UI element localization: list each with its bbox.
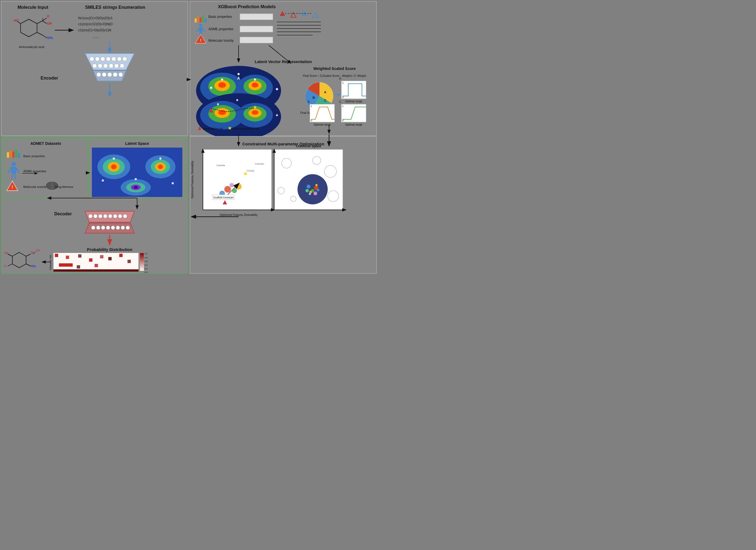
svg-text:1.0: 1.0 — [145, 252, 148, 255]
svg-text:O: O — [4, 265, 6, 268]
svg-point-182 — [218, 110, 226, 115]
svg-point-173 — [276, 88, 278, 90]
svg-rect-146 — [240, 26, 273, 32]
svg-point-27 — [112, 57, 116, 61]
svg-text:★: ★ — [315, 183, 318, 187]
svg-text:B: B — [313, 96, 315, 99]
svg-point-38 — [107, 72, 112, 77]
svg-point-96 — [111, 226, 115, 229]
prob-dist-title: Probability Distribution — [87, 247, 132, 252]
svg-text:1: 1 — [342, 105, 344, 107]
svg-point-84 — [89, 214, 92, 218]
svg-rect-102 — [55, 254, 58, 257]
svg-point-92 — [91, 226, 95, 229]
molecule-label: Aminosalicylic acid — [19, 45, 44, 49]
svg-point-187 — [276, 114, 278, 116]
svg-point-183 — [252, 110, 258, 115]
svg-rect-110 — [59, 263, 73, 266]
svg-text:Optimal range: Optimal range — [345, 100, 363, 103]
svg-point-35 — [120, 64, 124, 68]
xgboost-title: XGBoost Prediction Models — [218, 4, 276, 9]
svg-text:0.6: 0.6 — [145, 260, 148, 262]
svg-point-78 — [172, 182, 174, 184]
svg-rect-105 — [89, 258, 92, 262]
svg-point-91 — [123, 214, 127, 218]
svg-text:0.2: 0.2 — [145, 267, 148, 270]
main-diagram: Molecule Input SMILES strings Enumeratio… — [0, 0, 378, 275]
svg-point-246 — [317, 189, 319, 191]
svg-point-90 — [118, 214, 122, 218]
adme-props-label: ADME properties — [23, 169, 46, 173]
svg-text:C.: C. — [324, 99, 327, 102]
svg-rect-46 — [12, 151, 15, 158]
svg-point-99 — [126, 226, 130, 229]
svg-text:★: ★ — [253, 104, 257, 110]
svg-text:HO: HO — [4, 251, 8, 254]
svg-rect-137 — [202, 15, 204, 22]
svg-text:OH: OH — [47, 22, 52, 25]
svg-point-221 — [232, 188, 237, 193]
svg-point-65 — [111, 164, 117, 169]
svg-point-77 — [102, 179, 104, 181]
scaffold-label: Scaffold Constrain — [213, 196, 233, 199]
svg-point-95 — [106, 226, 110, 229]
svg-point-172 — [210, 87, 212, 89]
svg-point-86 — [98, 214, 102, 218]
svg-text:C.: C. — [339, 100, 342, 103]
svg-text:1: 1 — [311, 105, 312, 107]
svg-point-169 — [221, 78, 223, 81]
smiles-line2: c1(cc(ccc1C(O)=O)N)O — [78, 22, 113, 26]
svg-text:NH₂: NH₂ — [47, 36, 53, 40]
smiles-dots: ...... — [93, 35, 99, 39]
svg-text:A.: A. — [339, 77, 342, 80]
svg-point-29 — [123, 57, 127, 61]
svg-point-74 — [113, 157, 115, 160]
decoder-label: Decoder — [54, 211, 72, 216]
svg-rect-48 — [18, 153, 20, 158]
weighted-score-title: Weighted Scaled Score — [313, 66, 356, 71]
svg-point-241 — [307, 185, 310, 188]
char-set-label: Character Set — [49, 255, 52, 270]
svg-point-26 — [106, 57, 111, 61]
svg-point-167 — [218, 82, 226, 88]
svg-text:C₈H₁₀N₂O: C₈H₁₀N₂O — [255, 163, 264, 165]
svg-text:O: O — [47, 15, 49, 18]
svg-point-40 — [118, 72, 123, 77]
svg-text:0.4: 0.4 — [145, 264, 148, 266]
xgb-tox-label: Molecular toxicity — [208, 39, 234, 42]
svg-rect-141 — [199, 27, 202, 32]
svg-rect-149 — [240, 37, 273, 43]
smiles-title: SMILES strings Enumeration — [85, 5, 145, 10]
svg-point-248 — [309, 193, 311, 195]
optim-mol-label: Optimized Molecule — [233, 127, 259, 130]
svg-rect-134 — [195, 18, 197, 22]
svg-rect-216 — [203, 149, 271, 210]
basic-props-label: Basic properties — [23, 154, 45, 158]
svg-point-28 — [117, 57, 121, 61]
svg-rect-112 — [95, 264, 98, 267]
svg-point-73 — [134, 186, 138, 189]
svg-text:★: ★ — [228, 125, 232, 131]
svg-point-222 — [230, 183, 234, 187]
svg-rect-107 — [108, 257, 112, 260]
svg-rect-135 — [197, 16, 199, 22]
svg-point-89 — [113, 214, 117, 218]
svg-text:NH₂: NH₂ — [31, 265, 36, 268]
svg-text:Final Score = Σᵢ(Scaled Scoreᵢ: Final Score = Σᵢ(Scaled Scoreᵢ · Weightᵢ… — [303, 74, 366, 77]
svg-text:0.8: 0.8 — [145, 256, 148, 259]
svg-rect-136 — [200, 17, 202, 22]
y-axis-label: Optimized Feature₂ Desirability — [191, 161, 194, 198]
svg-rect-45 — [10, 150, 12, 158]
mol-tox-label: Molecular toxicity — [23, 185, 47, 188]
latent-space-title: Latent Space — [125, 141, 149, 146]
svg-text:C₁₂H₁₁N₃: C₁₂H₁₁N₃ — [217, 164, 225, 166]
latent-vector-title: Latent Vector Representation — [255, 59, 312, 64]
chem-space-title: Chemical Space — [296, 144, 321, 148]
svg-point-168 — [252, 83, 258, 87]
svg-point-31 — [98, 64, 102, 68]
svg-point-24 — [95, 57, 100, 61]
svg-point-87 — [103, 214, 107, 218]
svg-point-33 — [109, 64, 113, 68]
svg-point-94 — [101, 226, 105, 229]
svg-text:OH: OH — [36, 249, 40, 252]
